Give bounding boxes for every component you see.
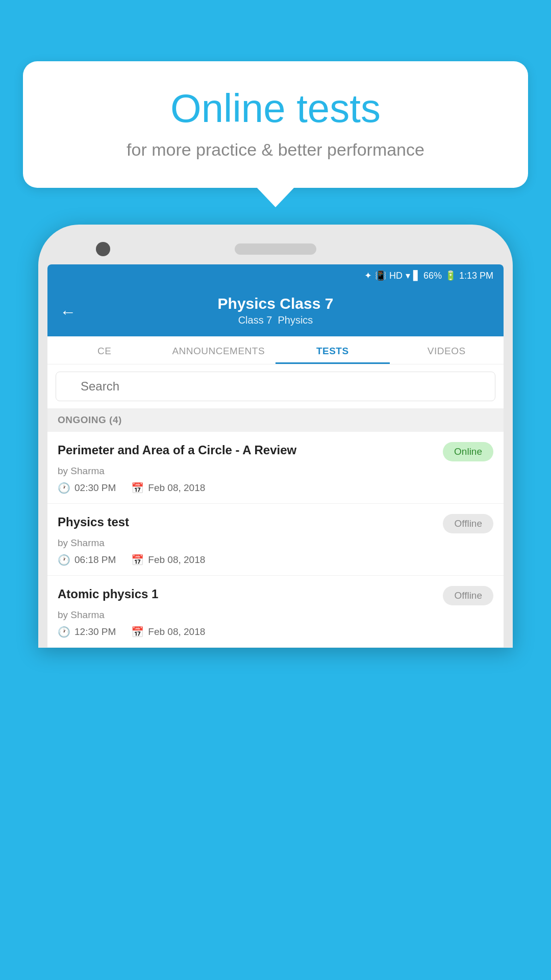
tab-bar: CE ANNOUNCEMENTS TESTS VIDEOS (47, 336, 504, 364)
phone-mockup: ✦ 📳 HD ▾ ▋ 66% 🔋 1:13 PM ← Physics Class… (38, 225, 513, 980)
test-item[interactable]: Physics test Offline by Sharma 🕐 06:18 P… (47, 504, 504, 576)
date-value: Feb 08, 2018 (148, 554, 205, 566)
speech-bubble: Online tests for more practice & better … (23, 61, 528, 188)
test-date: 📅 Feb 08, 2018 (131, 554, 205, 566)
hd-badge: HD (389, 271, 403, 281)
test-author: by Sharma (58, 609, 493, 621)
test-author: by Sharma (58, 537, 493, 549)
test-title: Physics test (58, 514, 443, 530)
clock-icon: 🕐 (58, 482, 70, 494)
status-badge: Offline (443, 514, 493, 533)
back-button[interactable]: ← (60, 302, 76, 321)
status-icons: ✦ 📳 HD ▾ ▋ 66% 🔋 1:13 PM (364, 270, 493, 281)
battery-icon: 🔋 (445, 270, 456, 281)
clock-icon: 🕐 (58, 626, 70, 638)
test-meta: 🕐 06:18 PM 📅 Feb 08, 2018 (58, 554, 493, 566)
calendar-icon: 📅 (131, 626, 144, 638)
section-header: ONGOING (4) (47, 408, 504, 432)
status-badge: Offline (443, 586, 493, 605)
phone-speaker (235, 243, 316, 255)
battery-percent: 66% (423, 271, 442, 281)
status-bar: ✦ 📳 HD ▾ ▋ 66% 🔋 1:13 PM (47, 264, 504, 287)
vibrate-icon: 📳 (375, 270, 386, 281)
calendar-icon: 📅 (131, 482, 144, 494)
bubble-title: Online tests (54, 87, 497, 131)
time-value: 06:18 PM (74, 554, 116, 566)
phone-screen: ✦ 📳 HD ▾ ▋ 66% 🔋 1:13 PM ← Physics Class… (47, 264, 504, 648)
tab-videos[interactable]: VIDEOS (390, 336, 504, 364)
test-item[interactable]: Perimeter and Area of a Circle - A Revie… (47, 432, 504, 504)
test-time: 🕐 02:30 PM (58, 482, 116, 494)
header-subtitle: Class 7 Physics (60, 314, 491, 326)
time-display: 1:13 PM (459, 271, 493, 281)
wifi-icon: ▾ (406, 270, 410, 281)
date-value: Feb 08, 2018 (148, 482, 205, 494)
test-meta: 🕐 02:30 PM 📅 Feb 08, 2018 (58, 482, 493, 494)
test-list: Perimeter and Area of a Circle - A Revie… (47, 432, 504, 648)
clock-icon: 🕐 (58, 554, 70, 566)
phone-notch (47, 234, 504, 264)
app-header: ← Physics Class 7 Class 7 Physics (47, 287, 504, 336)
status-badge: Online (443, 442, 493, 461)
time-value: 02:30 PM (74, 482, 116, 494)
tab-announcements[interactable]: ANNOUNCEMENTS (162, 336, 276, 364)
test-title: Perimeter and Area of a Circle - A Revie… (58, 442, 443, 458)
tab-ce[interactable]: CE (47, 336, 162, 364)
test-date: 📅 Feb 08, 2018 (131, 482, 205, 494)
phone-outer: ✦ 📳 HD ▾ ▋ 66% 🔋 1:13 PM ← Physics Class… (38, 225, 513, 648)
test-meta: 🕐 12:30 PM 📅 Feb 08, 2018 (58, 626, 493, 638)
bluetooth-icon: ✦ (364, 270, 372, 281)
test-author: by Sharma (58, 465, 493, 477)
header-class: Class 7 (238, 314, 272, 326)
signal-icon: ▋ (413, 270, 420, 281)
test-time: 🕐 12:30 PM (58, 626, 116, 638)
header-title: Physics Class 7 (60, 295, 491, 312)
test-date: 📅 Feb 08, 2018 (131, 626, 205, 638)
search-input[interactable] (56, 372, 495, 401)
test-time: 🕐 06:18 PM (58, 554, 116, 566)
search-wrapper: 🔍 (56, 372, 495, 401)
date-value: Feb 08, 2018 (148, 626, 205, 638)
search-container: 🔍 (47, 364, 504, 408)
bubble-subtitle: for more practice & better performance (54, 140, 497, 160)
test-item[interactable]: Atomic physics 1 Offline by Sharma 🕐 12:… (47, 576, 504, 648)
phone-camera (96, 242, 110, 256)
time-value: 12:30 PM (74, 626, 116, 638)
test-title: Atomic physics 1 (58, 586, 443, 602)
tab-tests[interactable]: TESTS (276, 336, 390, 364)
calendar-icon: 📅 (131, 554, 144, 566)
header-subject: Physics (278, 314, 313, 326)
